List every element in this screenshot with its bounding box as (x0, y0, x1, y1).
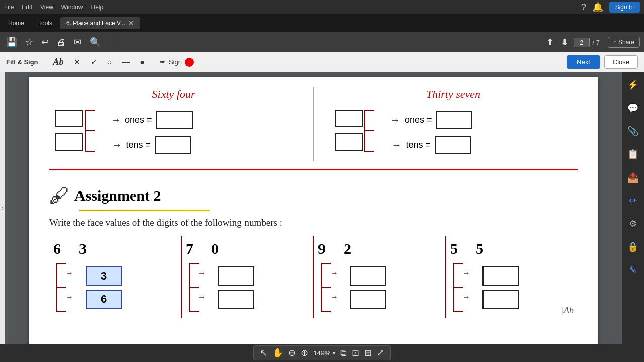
panel-icon-7[interactable]: ⚙ (626, 215, 640, 232)
share-icon: ↑ (613, 39, 616, 46)
crop-tool[interactable]: ⊡ (352, 347, 359, 358)
problem-1-diagram: → → 3 6 (53, 261, 177, 314)
copy-tool[interactable]: ⧉ (340, 348, 347, 358)
close-button[interactable]: Close (604, 55, 638, 69)
tab-title: 6. Place and Face V... (66, 20, 125, 27)
zoom-out-icon[interactable]: 🔍 (88, 36, 103, 49)
text-tool[interactable]: Ab (50, 55, 67, 69)
thirty-seven-answers: → ones = → tens = (390, 111, 472, 154)
problem-3: 9 2 → → (314, 236, 446, 318)
thirty-seven-bracket (329, 106, 384, 161)
problem-2: 7 0 → → (182, 236, 314, 318)
sixty-four-bracket (49, 106, 105, 161)
tab-home[interactable]: Home (2, 18, 30, 29)
pdf-viewer: Sixty four (5, 72, 622, 344)
p4-arrow-top: → (462, 268, 470, 278)
menu-edit[interactable]: Edit (22, 4, 32, 11)
bottom-tools-group: ↖ ✋ ⊖ ⊕ 149% ▾ ⧉ ⊡ ⊞ ⤢ (253, 345, 390, 360)
thirty-seven-title: Thirty seven (329, 87, 578, 101)
check-tool[interactable]: ✓ (88, 55, 100, 69)
menu-bar: File Edit View Window Help ? 🔔 Sign In (0, 0, 644, 14)
vertical-divider (313, 87, 314, 161)
tab-active-document[interactable]: 6. Place and Face V... ✕ (60, 17, 140, 29)
notification-icon[interactable]: 🔔 (592, 2, 603, 13)
hand-tool[interactable]: ✋ (272, 347, 283, 358)
expand-tool[interactable]: ⤢ (377, 347, 384, 358)
zoom-in-bottom[interactable]: ⊕ (301, 347, 308, 358)
menu-view[interactable]: View (40, 4, 53, 11)
zoom-out-bottom[interactable]: ⊖ (288, 347, 296, 358)
pointer-tool[interactable]: ↖ (260, 347, 267, 358)
ones-label: ones = (125, 115, 152, 125)
panel-icon-edit[interactable]: ✎ (626, 261, 640, 279)
bookmark-icon[interactable]: ☆ (23, 36, 35, 49)
help-icon[interactable]: ? (581, 2, 586, 13)
panel-icon-2[interactable]: 💬 (624, 100, 641, 117)
menu-file[interactable]: File (4, 4, 14, 11)
p2-arrow-top: → (198, 268, 206, 278)
tab-close-icon[interactable]: ✕ (128, 19, 134, 27)
problem-4-diagram: → → (450, 261, 574, 314)
fit-tool[interactable]: ⊞ (364, 347, 372, 358)
p4-box-bot[interactable] (482, 290, 519, 309)
left-panel-handle[interactable]: › (0, 72, 5, 344)
sixty-four-diagram: → ones = → tens = (49, 106, 298, 161)
print-icon[interactable]: 🖨 (55, 36, 68, 49)
p2-box-bot[interactable] (218, 290, 254, 309)
ones-row-r: → ones = (390, 111, 472, 129)
panel-icon-3[interactable]: 📎 (624, 123, 641, 140)
p4-h1 (453, 263, 463, 264)
arrow-tens-r-icon: → (392, 139, 402, 151)
panel-icon-1[interactable]: ⚡ (624, 76, 641, 94)
dot-tool[interactable]: ● (137, 56, 148, 69)
answer-box-ones-r[interactable] (436, 111, 472, 129)
zoom-level-control[interactable]: 149% ▾ (313, 349, 335, 357)
panel-icon-6[interactable]: ✏ (626, 192, 640, 209)
page-up-icon[interactable]: ⬆ (544, 36, 556, 49)
email-icon[interactable]: ✉ (72, 36, 84, 49)
p2-h3 (189, 311, 199, 312)
cursor-text-icon: |Ab (561, 305, 574, 316)
share-button[interactable]: ↑ Share (608, 37, 640, 48)
digit-0: 0 (211, 240, 219, 257)
back-icon[interactable]: ↩ (39, 36, 51, 49)
panel-icon-8[interactable]: 🔒 (624, 238, 641, 255)
page-navigation: ⬆ ⬇ / 7 (544, 36, 600, 49)
answer-box-ones[interactable] (156, 111, 193, 129)
circle-tool[interactable]: ○ (104, 56, 115, 69)
box-tf-bottom (55, 133, 83, 151)
page-down-icon[interactable]: ⬇ (559, 36, 571, 49)
bracket-h-bot-r (364, 151, 374, 152)
save-icon[interactable]: 💾 (4, 36, 19, 49)
p3-h1 (321, 263, 331, 264)
cross-tool[interactable]: ✕ (71, 55, 84, 69)
p3-box-top[interactable] (350, 266, 386, 286)
tab-tools[interactable]: Tools (32, 18, 58, 29)
tens-label: tens = (126, 140, 151, 150)
menu-window[interactable]: Window (61, 4, 83, 11)
next-button[interactable]: Next (567, 55, 600, 69)
assignment-title: Assignment 2 (74, 187, 162, 204)
ones-row: → ones = (111, 111, 193, 129)
p1-box-bot[interactable]: 6 (86, 290, 122, 309)
p2-box-top[interactable] (218, 266, 254, 286)
answer-box-tens-r[interactable] (435, 136, 471, 154)
page-number-input[interactable] (574, 38, 590, 47)
problem-2-digits: 7 0 (186, 240, 309, 257)
panel-icon-4[interactable]: 📋 (624, 146, 641, 163)
p4-box-top[interactable] (482, 266, 519, 286)
panel-icon-5[interactable]: 📤 (624, 169, 641, 186)
answer-box-tens[interactable] (155, 136, 191, 154)
top-right-controls: ? 🔔 Sign In (581, 2, 640, 13)
p1-arrow-top: → (65, 268, 73, 278)
p3-box-bot[interactable] (350, 290, 386, 309)
line-tool[interactable]: — (119, 56, 133, 69)
p1-box-top[interactable]: 3 (86, 266, 122, 286)
sign-in-button[interactable]: Sign In (609, 2, 640, 13)
problem-2-diagram: → → (186, 261, 309, 314)
sixty-four-answers: → ones = → tens = (111, 111, 193, 154)
menu-help[interactable]: Help (91, 4, 104, 11)
sign-section[interactable]: ✒ Sign (160, 58, 194, 67)
bracket-h-top-r (364, 110, 374, 111)
p4-answer-boxes (482, 266, 519, 309)
